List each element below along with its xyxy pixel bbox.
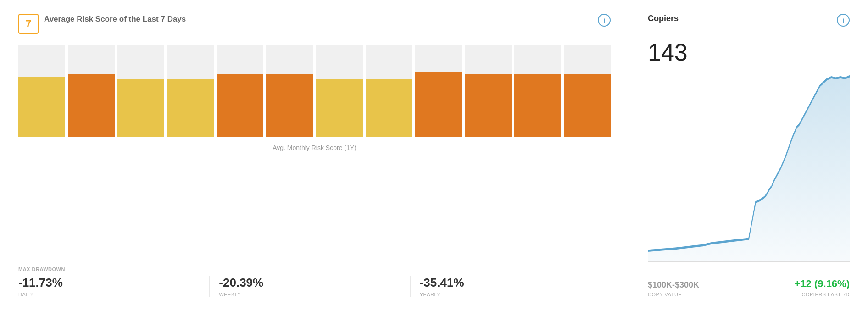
stat-value: -11.73% [18, 276, 200, 290]
bar-group [68, 45, 115, 137]
panel-title: Average Risk Score of the Last 7 Days [44, 14, 186, 25]
bar-group [266, 45, 313, 137]
bar-group [465, 45, 512, 137]
stats-label: MAX DRAWDOWN [18, 267, 611, 272]
info-icon[interactable]: i [598, 14, 611, 27]
title-area: 7 Average Risk Score of the Last 7 Days [18, 14, 186, 34]
bar-group [316, 45, 362, 137]
stat-item: -20.39%WEEKLY [219, 276, 410, 297]
stat-item: -11.73%DAILY [18, 276, 210, 297]
right-panel: Copiers i 143 $100K-$300K COPY VALUE +12 [629, 0, 868, 311]
score-badge: 7 [18, 14, 39, 34]
bar-group [167, 45, 214, 137]
change-label: COPIERS LAST 7D [795, 292, 850, 297]
left-panel: 7 Average Risk Score of the Last 7 Days … [0, 0, 629, 311]
sparkline-chart [648, 73, 850, 267]
bar-group [366, 45, 412, 137]
copiers-title: Copiers [648, 14, 679, 23]
bar-group [217, 45, 263, 137]
bar-group [18, 45, 65, 137]
copy-value-section: $100K-$300K COPY VALUE [648, 280, 699, 297]
chart-label: Avg. Monthly Risk Score (1Y) [18, 144, 611, 151]
bar-group [117, 45, 164, 137]
copy-value: $100K-$300K [648, 280, 699, 290]
chart-area: Avg. Monthly Risk Score (1Y) [18, 45, 611, 255]
bar-chart [18, 45, 611, 137]
bottom-stats: $100K-$300K COPY VALUE +12 (9.16%) COPIE… [648, 278, 850, 297]
stats-section: MAX DRAWDOWN -11.73%DAILY-20.39%WEEKLY-3… [18, 267, 611, 297]
bar-group [514, 45, 561, 137]
stats-row: -11.73%DAILY-20.39%WEEKLY-35.41%YEARLY [18, 276, 611, 297]
panel-header: 7 Average Risk Score of the Last 7 Days … [18, 14, 611, 34]
stat-unit: YEARLY [420, 292, 601, 297]
right-info-icon[interactable]: i [837, 14, 850, 27]
stat-value: -35.41% [420, 276, 601, 290]
bar-group [564, 45, 611, 137]
stat-unit: WEEKLY [219, 292, 401, 297]
copiers-count: 143 [648, 39, 850, 66]
copy-value-label: COPY VALUE [648, 292, 699, 297]
change-value: +12 (9.16%) [795, 278, 850, 290]
stat-value: -20.39% [219, 276, 401, 290]
stat-unit: DAILY [18, 292, 200, 297]
copiers-change-section: +12 (9.16%) COPIERS LAST 7D [795, 278, 850, 297]
stat-item: -35.41%YEARLY [420, 276, 611, 297]
bar-group [415, 45, 462, 137]
right-panel-header: Copiers i [648, 14, 850, 27]
